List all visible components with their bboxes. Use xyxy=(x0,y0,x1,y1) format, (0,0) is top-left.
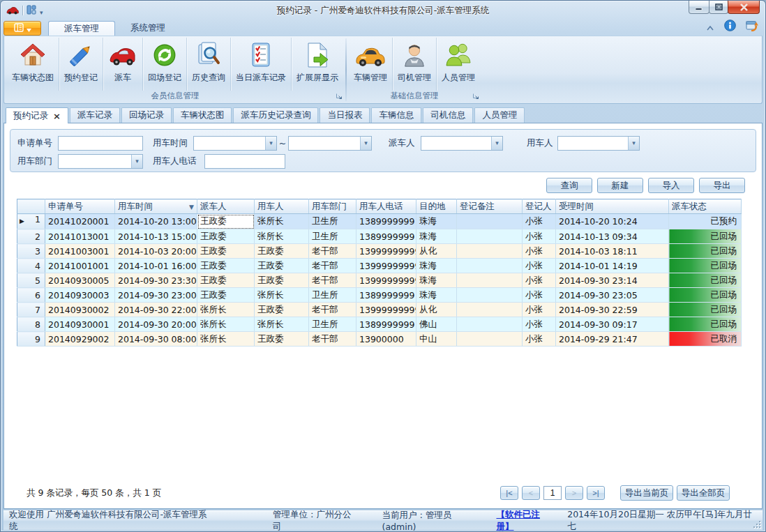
grid-cell[interactable]: 卫生所 xyxy=(309,288,356,303)
grid-cell[interactable]: 20140930001 xyxy=(45,317,115,332)
row-indicator[interactable]: 2 xyxy=(17,229,45,244)
grid-cell[interactable]: 2014-09-30 23:30 xyxy=(115,273,197,288)
grid-cell[interactable]: 2014-10-13 09:34 xyxy=(556,229,669,244)
close-tab-icon[interactable]: × xyxy=(53,112,61,121)
table-row[interactable]: 2201410130012014-10-13 15:00王政委张所长卫生所138… xyxy=(17,229,742,244)
export-current-page-button[interactable]: 导出当前页 xyxy=(620,485,673,501)
grid-cell[interactable]: 20140930002 xyxy=(45,303,115,317)
dispatch-status-cell[interactable]: 已取消 xyxy=(669,332,742,347)
row-indicator[interactable]: 9 xyxy=(17,332,45,347)
license-link[interactable]: 【软件已注册】 xyxy=(496,509,556,532)
maximize-button[interactable] xyxy=(709,1,728,14)
column-header[interactable]: 登记备注 xyxy=(457,199,523,214)
table-row[interactable]: 4201410010012014-10-01 16:00王政委王政委老干部139… xyxy=(17,259,742,273)
close-button[interactable] xyxy=(728,1,760,14)
grid-cell[interactable] xyxy=(457,244,523,259)
quick-access-layout-icon[interactable] xyxy=(27,4,36,17)
dispatch-status-cell[interactable]: 已回场 xyxy=(669,244,742,259)
row-indicator[interactable]: ▶1 xyxy=(17,214,45,229)
grid-cell[interactable]: 20140930003 xyxy=(45,288,115,303)
grid-cell[interactable]: 张所长 xyxy=(255,214,309,229)
doc-tab-3[interactable]: 回场记录 xyxy=(121,107,172,123)
dept-combo[interactable] xyxy=(58,154,143,169)
grid-cell[interactable]: 卫生所 xyxy=(309,214,356,229)
grid-cell[interactable]: 老干部 xyxy=(309,332,356,347)
doc-tab-6[interactable]: 当日报表 xyxy=(320,107,370,123)
grid-cell[interactable]: 2014-09-30 09:17 xyxy=(556,317,669,332)
grid-cell[interactable]: 20141001001 xyxy=(45,259,115,273)
grid-cell[interactable]: 1389999999 xyxy=(356,317,416,332)
grid-cell[interactable]: 2014-10-03 18:11 xyxy=(556,244,669,259)
grid-cell[interactable]: 1389999999 xyxy=(356,229,416,244)
dispatch-status-cell[interactable]: 已回场 xyxy=(669,317,742,332)
grid-cell[interactable]: 2014-10-13 15:00 xyxy=(115,229,197,244)
table-row[interactable]: 3201410030012014-10-03 20:00王政委王政委老干部139… xyxy=(17,244,742,259)
grid-cell[interactable]: 2014-09-30 08:00 xyxy=(115,332,197,347)
grid-cell[interactable] xyxy=(457,303,523,317)
grid-cell[interactable]: 2014-09-30 20:00 xyxy=(115,317,197,332)
info-icon[interactable] xyxy=(724,20,736,34)
doc-tab-7[interactable]: 车辆信息 xyxy=(371,107,421,123)
grid-cell[interactable] xyxy=(457,214,523,229)
column-header[interactable]: 派车人 xyxy=(197,199,255,214)
grid-cell[interactable]: 20141003001 xyxy=(45,244,115,259)
grid-cell[interactable]: 珠海 xyxy=(416,214,457,229)
chevron-down-icon[interactable] xyxy=(131,155,142,168)
grid-cell[interactable]: 小张 xyxy=(523,303,556,317)
chevron-down-icon[interactable] xyxy=(491,137,502,150)
new-button[interactable]: 新建 xyxy=(597,178,643,193)
grid-cell[interactable]: 王政委 xyxy=(255,303,309,317)
grid-cell[interactable]: 小张 xyxy=(523,317,556,332)
row-indicator[interactable]: 8 xyxy=(17,317,45,332)
personnel-management-button[interactable]: 人员管理 xyxy=(436,38,480,91)
grid-cell[interactable]: 卫生所 xyxy=(309,317,356,332)
resize-grip-icon[interactable] xyxy=(752,519,760,528)
column-header[interactable]: 目的地 xyxy=(416,199,457,214)
grid-cell[interactable]: 珠海 xyxy=(416,273,457,288)
column-header[interactable]: 受理时间 xyxy=(556,199,669,214)
doc-tab-5[interactable]: 派车历史记录查询 xyxy=(233,107,318,123)
grid-cell[interactable]: 小张 xyxy=(523,259,556,273)
grid-cell[interactable]: 2014-10-01 14:19 xyxy=(556,259,669,273)
dispatch-status-cell[interactable]: 已预约 xyxy=(669,214,742,229)
grid-cell[interactable]: 1389999999 xyxy=(356,214,416,229)
grid-cell[interactable]: 2014-10-03 20:00 xyxy=(115,244,197,259)
grid-cell[interactable] xyxy=(457,259,523,273)
grid-cell[interactable]: 从化 xyxy=(416,244,457,259)
export-button[interactable]: 导出 xyxy=(699,178,745,193)
grid-cell[interactable]: 张所长 xyxy=(255,229,309,244)
table-row[interactable]: 9201409290022014-09-30 08:00张所长王政委老干部139… xyxy=(17,332,742,347)
grid-cell[interactable]: 卫生所 xyxy=(309,229,356,244)
grid-cell[interactable]: 张所长 xyxy=(197,332,255,347)
dispatch-status-cell[interactable]: 已回场 xyxy=(669,259,742,273)
grid-cell[interactable]: 2014-09-29 21:47 xyxy=(556,332,669,347)
collapse-ribbon-icon[interactable] xyxy=(706,20,714,33)
minimize-button[interactable] xyxy=(689,1,709,14)
grid-cell[interactable]: 小张 xyxy=(523,229,556,244)
grid-cell[interactable] xyxy=(457,288,523,303)
ribbon-tab-dispatch[interactable]: 派车管理 xyxy=(48,21,115,36)
table-row[interactable]: 5201409300052014-09-30 23:30王政委王政委老干部139… xyxy=(17,273,742,288)
chevron-down-icon[interactable] xyxy=(360,137,371,150)
last-page-button[interactable]: >| xyxy=(587,486,605,500)
dispatch-status-cell[interactable]: 已回场 xyxy=(669,229,742,244)
column-header[interactable]: 申请单号 xyxy=(45,199,115,214)
grid-cell[interactable]: 珠海 xyxy=(416,229,457,244)
grid-cell[interactable]: 珠海 xyxy=(416,259,457,273)
dialog-launcher-icon[interactable] xyxy=(336,92,343,102)
table-row[interactable]: 6201409300032014-09-30 23:00王政委张所长卫生所138… xyxy=(17,288,742,303)
grid-cell[interactable]: 2014-09-30 22:59 xyxy=(556,303,669,317)
grid-cell[interactable]: 2014-09-30 23:05 xyxy=(556,288,669,303)
apply-no-input[interactable] xyxy=(58,136,143,151)
grid-cell[interactable]: 2014-10-01 16:00 xyxy=(115,259,197,273)
column-header[interactable]: 登记人 xyxy=(523,199,556,214)
dispatch-status-cell[interactable]: 已回场 xyxy=(669,273,742,288)
grid-cell[interactable]: 张所长 xyxy=(197,317,255,332)
column-header[interactable]: 用车时间▼ xyxy=(115,199,197,214)
today-dispatch-records-button[interactable]: 当日派车记录 xyxy=(230,38,291,91)
dispatch-status-cell[interactable]: 已回场 xyxy=(669,288,742,303)
table-row[interactable]: 7201409300022014-09-30 22:00张所长王政委老干部139… xyxy=(17,303,742,317)
grid-cell[interactable]: 从化 xyxy=(416,303,457,317)
grid-cell[interactable]: 小张 xyxy=(523,273,556,288)
column-header[interactable]: 用车人 xyxy=(255,199,309,214)
